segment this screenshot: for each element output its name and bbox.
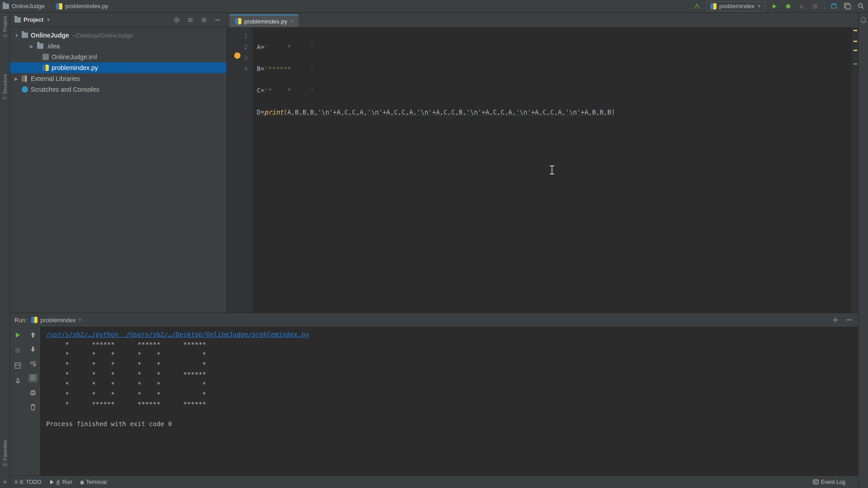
- run-configuration-selector[interactable]: problemindex ▼: [706, 1, 765, 11]
- notifications-icon[interactable]: [859, 15, 868, 24]
- soft-wrap-icon[interactable]: [28, 359, 38, 368]
- run-body: /usr/s/sb2/…/python /Users/sb2/…/Desktop…: [10, 327, 858, 475]
- expand-arrow-icon[interactable]: ▶: [30, 44, 34, 49]
- intention-bulb-icon[interactable]: [234, 52, 241, 59]
- stop-button[interactable]: [13, 346, 22, 355]
- play-icon: [50, 480, 54, 484]
- down-arrow-icon[interactable]: [28, 345, 38, 354]
- file-label: OnlineJudge.iml: [52, 53, 97, 61]
- code-args: (A,B,B,B,'\n'+A,C,C,A,'\n'+A,C,C,A,'\n'+…: [283, 108, 615, 116]
- run-tool-header: Run: problemindex ×: [10, 313, 858, 327]
- project-view-selector[interactable]: Project ▼: [14, 16, 51, 23]
- favorites-tool-button[interactable]: 2: Favorites: [2, 438, 8, 468]
- folder-icon: [14, 17, 21, 23]
- project-tool-header: Project ▼: [10, 13, 226, 27]
- event-log-button[interactable]: Event Log: [813, 479, 845, 485]
- tree-folder-idea[interactable]: ▶ .idea: [10, 41, 226, 52]
- tree-scratches[interactable]: Scratches and Consoles: [10, 84, 226, 95]
- hide-icon[interactable]: [213, 15, 222, 24]
- project-tool-button[interactable]: 1: Project: [2, 14, 8, 39]
- svg-rect-13: [847, 319, 851, 320]
- breadcrumb-separator: 〉: [47, 2, 53, 10]
- svg-line-7: [862, 7, 863, 9]
- python-file-icon: [710, 3, 717, 9]
- gutter[interactable]: 1 2 3 4: [227, 27, 252, 313]
- svg-rect-3: [831, 5, 836, 8]
- terminal-label: Terminal: [86, 479, 106, 485]
- terminal-icon: ▣: [80, 479, 84, 485]
- tool-button-todo[interactable]: ≡ 6: TODO: [14, 479, 42, 485]
- layout-icon[interactable]: [13, 361, 22, 370]
- stop-button[interactable]: [811, 2, 820, 11]
- expand-arrow-icon[interactable]: ▼: [14, 33, 19, 38]
- hide-icon[interactable]: [844, 315, 854, 324]
- run-tool-window: Run: problemindex ×: [10, 313, 858, 475]
- svg-point-9: [176, 19, 178, 21]
- folder-label: .idea: [46, 42, 60, 50]
- debug-button[interactable]: [783, 2, 793, 11]
- code-editor[interactable]: 1 2 3 4 A=' * ' B='****** ' C='* * ' D=p…: [227, 27, 858, 313]
- project-tool-window: Project ▼ ▼ OnlineJudge ~: [10, 13, 227, 313]
- settings-icon[interactable]: [199, 15, 208, 24]
- code-string: '* * ': [264, 87, 314, 94]
- trash-icon[interactable]: [28, 403, 38, 412]
- search-icon[interactable]: [856, 2, 865, 11]
- console-output[interactable]: /usr/s/sb2/…/python /Users/sb2/…/Desktop…: [41, 327, 858, 475]
- warning-marker[interactable]: [854, 30, 857, 31]
- run-primary-toolbar: [10, 327, 25, 475]
- chevron-down-icon: ▼: [46, 17, 51, 22]
- warning-marker[interactable]: [854, 41, 857, 42]
- error-stripe[interactable]: [852, 27, 858, 313]
- pin-icon[interactable]: [13, 376, 22, 385]
- tree-root[interactable]: ▼ OnlineJudge ~/Desktop/OnlineJudge: [10, 30, 226, 41]
- close-tab-icon[interactable]: ×: [79, 317, 82, 323]
- scroll-to-end-icon[interactable]: [28, 374, 38, 383]
- tree-external-libraries[interactable]: ▶ External Libraries: [10, 73, 226, 84]
- svg-rect-2: [813, 4, 817, 9]
- run-button[interactable]: [770, 2, 779, 11]
- project-tool-actions: [172, 15, 222, 24]
- chevron-down-icon: ▼: [757, 4, 761, 9]
- code-content[interactable]: A=' * ' B='****** ' C='* * ' D=print(A,B…: [252, 27, 852, 313]
- search-everywhere-icon[interactable]: [843, 2, 852, 11]
- line-number: 2: [227, 42, 248, 52]
- library-icon: [22, 75, 28, 82]
- project-tree[interactable]: ▼ OnlineJudge ~/Desktop/OnlineJudge ▶ .i…: [10, 27, 226, 98]
- tool-button-run[interactable]: 4: Run: [50, 479, 72, 485]
- svg-point-0: [786, 5, 790, 8]
- tree-file-iml[interactable]: OnlineJudge.iml: [10, 52, 226, 62]
- expand-all-icon[interactable]: [186, 15, 195, 24]
- command-line[interactable]: /usr/s/sb2/…/python /Users/sb2/…/Desktop…: [46, 331, 309, 338]
- tool-button-terminal[interactable]: ▣ Terminal: [80, 479, 107, 485]
- run-label: Run:: [14, 317, 27, 324]
- print-icon[interactable]: [28, 388, 38, 397]
- svg-rect-11: [215, 19, 220, 20]
- expand-arrow-icon[interactable]: ▶: [14, 76, 19, 81]
- settings-icon[interactable]: [831, 315, 840, 324]
- editor-tab-problemindex[interactable]: problemindex.py ×: [230, 14, 298, 27]
- select-opened-file-icon[interactable]: [172, 15, 181, 24]
- breadcrumb-project[interactable]: OnlineJudge: [12, 3, 45, 9]
- ok-marker[interactable]: [854, 63, 857, 65]
- upper-split: Project ▼ ▼ OnlineJudge ~: [10, 13, 858, 313]
- up-arrow-icon[interactable]: [28, 330, 38, 339]
- event-log-label: Event Log: [821, 479, 845, 485]
- run-tab[interactable]: problemindex ×: [31, 317, 81, 324]
- python-file-icon: [42, 65, 49, 71]
- warning-marker[interactable]: [854, 50, 857, 51]
- scratches-icon: [22, 86, 28, 93]
- update-project-icon[interactable]: [829, 2, 838, 11]
- rerun-button[interactable]: [13, 330, 22, 339]
- tree-file-problemindex[interactable]: problemindex.py: [10, 62, 226, 73]
- file-icon: [42, 54, 49, 60]
- run-with-coverage-button[interactable]: [797, 2, 806, 11]
- python-file-icon: [235, 18, 241, 24]
- status-bar: ≡ 6: TODO 4: Run ▣ Terminal Event Log: [10, 475, 858, 488]
- structure-tool-button[interactable]: 7: Structure: [2, 72, 8, 102]
- code-token: D=: [257, 108, 264, 116]
- tab-label: problemindex.py: [244, 18, 287, 25]
- breadcrumb-file[interactable]: problemindex.py: [65, 3, 108, 9]
- close-tab-icon[interactable]: ×: [290, 18, 293, 24]
- build-icon[interactable]: [693, 2, 702, 11]
- folder-icon: [37, 43, 43, 49]
